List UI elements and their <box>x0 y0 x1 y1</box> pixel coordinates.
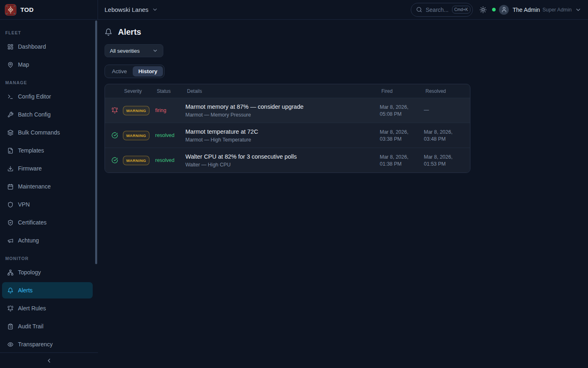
sidebar-collapse-button[interactable] <box>0 352 98 368</box>
alert-title: Marmot temperature at 72C <box>185 128 380 135</box>
table-header: SeverityStatusDetailsFiredResolved <box>105 84 470 98</box>
chevron-left-icon <box>46 357 52 364</box>
brand-name: TOD <box>20 6 34 13</box>
sidebar-item-label: Transparency <box>18 341 53 348</box>
map-pin-icon <box>7 62 13 68</box>
search-shortcut-badge: Cmd+K <box>452 6 471 13</box>
bell-ring-icon <box>111 107 122 114</box>
brand-logo-icon <box>5 4 16 16</box>
alert-subtitle: Walter — High CPU <box>185 162 380 168</box>
page-title: Alerts <box>118 27 141 37</box>
sidebar-item-label: Bulk Commands <box>18 129 60 136</box>
sidebar-item-bulk-commands[interactable]: Bulk Commands <box>2 124 93 141</box>
user-icon <box>501 7 507 13</box>
user-role: Super Admin <box>542 7 572 13</box>
sidebar-item-dashboard[interactable]: Dashboard <box>2 38 93 55</box>
online-status-dot <box>492 8 496 11</box>
calendar-icon <box>7 184 13 190</box>
alerts-table: SeverityStatusDetailsFiredResolved WARNI… <box>105 84 470 173</box>
sidebar-item-templates[interactable]: Templates <box>2 142 93 159</box>
sidebar-item-certificates[interactable]: Certificates <box>2 214 93 231</box>
severity-badge: WARNING <box>123 131 149 140</box>
alert-title: Walter CPU at 82% for 3 consecutive poll… <box>185 153 380 160</box>
eye-icon <box>7 341 13 348</box>
alert-subtitle: Marmot — Memory Pressure <box>185 112 380 118</box>
brand[interactable]: TOD <box>0 0 98 19</box>
sidebar-item-achtung[interactable]: Achtung <box>2 232 93 249</box>
alert-row[interactable]: WARNINGresolvedWalter CPU at 82% for 3 c… <box>105 148 470 173</box>
search-icon <box>416 7 422 13</box>
sidebar-scrollbar-thumb[interactable] <box>95 20 97 264</box>
nav-section-label: MONITOR <box>2 256 93 263</box>
page-header: Alerts <box>105 26 588 38</box>
app-root: TOD Lebowski Lanes Search... Cmd+K The A… <box>0 0 588 368</box>
tab-active[interactable]: Active <box>106 66 133 76</box>
bell-icon <box>105 28 112 36</box>
table-body: WARNINGfiringMarmot memory at 87% — cons… <box>105 98 470 173</box>
alert-details: Marmot memory at 87% — consider upgradeM… <box>185 103 380 118</box>
nav-section-label: FLEET <box>2 30 93 37</box>
sidebar-item-label: Config Editor <box>18 93 51 100</box>
status-text: resolved <box>155 132 185 138</box>
column-header-details: Details <box>185 88 380 94</box>
resolved-at: — <box>424 107 463 114</box>
alert-details: Marmot temperature at 72CMarmot — High T… <box>185 128 380 143</box>
shield-check-icon <box>7 220 13 226</box>
topbar: Lebowski Lanes Search... Cmd+K The Admin… <box>98 0 588 19</box>
column-header-fired: Fired <box>380 88 424 94</box>
app-header: TOD Lebowski Lanes Search... Cmd+K The A… <box>0 0 588 20</box>
download-icon <box>7 166 13 172</box>
alert-row[interactable]: WARNINGfiringMarmot memory at 87% — cons… <box>105 98 470 123</box>
sidebar-item-audit-trail[interactable]: Audit Trail <box>2 318 93 334</box>
sidebar-item-firmware[interactable]: Firmware <box>2 160 93 177</box>
org-name: Lebowski Lanes <box>105 6 149 13</box>
sidebar-item-map[interactable]: Map <box>2 56 93 73</box>
chevron-down-icon <box>575 7 581 13</box>
sidebar-item-topology[interactable]: Topology <box>2 264 93 280</box>
sidebar-item-label: VPN <box>18 201 30 208</box>
clipboard-list-icon <box>7 323 13 330</box>
check-circle-icon <box>111 157 122 164</box>
sidebar-item-alerts[interactable]: Alerts <box>2 282 93 298</box>
sidebar-item-vpn[interactable]: VPN <box>2 196 93 213</box>
chevron-down-icon <box>152 48 158 54</box>
sidebar-item-label: Firmware <box>18 165 42 172</box>
org-switcher[interactable]: Lebowski Lanes <box>105 6 158 13</box>
resolved-at: Mar 8, 2026,01:53 PM <box>424 154 463 167</box>
user-menu[interactable]: The Admin Super Admin <box>499 5 581 15</box>
main-content: Alerts All severities ActiveHistory Seve… <box>98 20 588 368</box>
search-input[interactable]: Search... Cmd+K <box>411 3 473 17</box>
nav-section-label: MANAGE <box>2 80 93 87</box>
topbar-right: Search... Cmd+K The Admin Super Admin <box>411 3 581 17</box>
avatar <box>499 5 509 15</box>
sidebar-item-label: Audit Trail <box>18 323 43 330</box>
fired-at: Mar 8, 2026,05:08 PM <box>380 104 424 117</box>
sidebar-item-maintenance[interactable]: Maintenance <box>2 178 93 195</box>
megaphone-icon <box>7 238 13 244</box>
theme-toggle-button[interactable] <box>479 6 487 13</box>
status-text: firing <box>155 108 185 113</box>
sidebar-item-batch-config[interactable]: Batch Config <box>2 106 93 123</box>
alert-row[interactable]: WARNINGresolvedMarmot temperature at 72C… <box>105 123 470 148</box>
severity-filter-select[interactable]: All severities <box>105 44 163 57</box>
tab-history[interactable]: History <box>133 66 163 76</box>
fired-at: Mar 8, 2026,03:38 PM <box>380 129 424 142</box>
sidebar-item-label: Dashboard <box>18 43 46 50</box>
wrench-icon <box>7 112 13 118</box>
column-header-resolved: Resolved <box>424 88 463 94</box>
sidebar-item-alert-rules[interactable]: Alert Rules <box>2 300 93 316</box>
sidebar-item-label: Topology <box>18 269 41 276</box>
sidebar-item-label: Templates <box>18 147 44 154</box>
shield-icon <box>7 202 13 208</box>
layers-icon <box>7 130 13 136</box>
sidebar-item-config-editor[interactable]: Config Editor <box>2 88 93 105</box>
sidebar: FLEETDashboardMapMANAGEConfig EditorBatc… <box>0 20 98 368</box>
severity-badge: WARNING <box>123 106 149 115</box>
alert-subtitle: Marmot — High Temperature <box>185 137 380 143</box>
sidebar-item-label: Certificates <box>18 219 47 226</box>
layout-dashboard-icon <box>7 44 13 50</box>
check-circle-icon <box>111 132 122 139</box>
sidebar-item-transparency[interactable]: Transparency <box>2 336 93 352</box>
resolved-at: Mar 8, 2026,03:48 PM <box>424 129 463 142</box>
alert-title: Marmot memory at 87% — consider upgrade <box>185 103 380 110</box>
